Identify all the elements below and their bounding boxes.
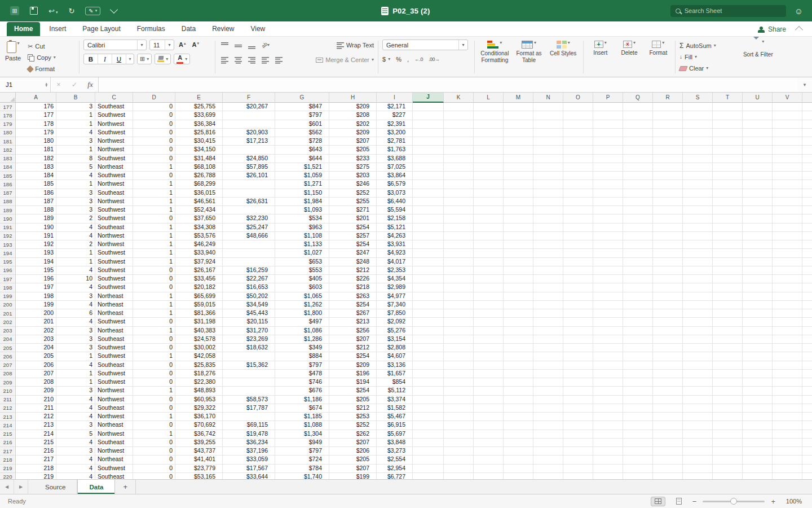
cell-U216[interactable] [743, 439, 773, 447]
row-header-203[interactable]: 203 [0, 327, 16, 335]
cell-V219[interactable] [773, 465, 802, 473]
cell-T182[interactable] [713, 146, 743, 154]
cell-S213[interactable] [683, 413, 713, 421]
cell-P196[interactable] [593, 266, 623, 275]
cell-K184[interactable] [444, 163, 474, 172]
cell-D186[interactable]: 1 [133, 180, 175, 189]
wrap-text-button[interactable]: Wrap Text [337, 40, 374, 51]
cell-Q211[interactable] [623, 396, 653, 404]
cell-C216[interactable]: Southeast [95, 439, 133, 447]
column-header-K[interactable]: K [444, 93, 474, 103]
cell-styles-button[interactable]: ▾ Cell Styles [547, 41, 579, 75]
cell-V191[interactable] [773, 224, 802, 232]
row-header-209[interactable]: 209 [0, 378, 16, 387]
cell-S196[interactable] [683, 266, 713, 275]
cell-F190[interactable]: $32,230 [223, 214, 275, 223]
tab-view[interactable]: View [243, 22, 272, 36]
cell-R190[interactable] [653, 214, 683, 223]
column-header-A[interactable]: A [16, 93, 56, 103]
cell-T217[interactable] [713, 447, 743, 456]
cell-J218[interactable] [413, 456, 444, 464]
cell-C195[interactable]: Southwest [95, 258, 133, 266]
cell-M202[interactable] [504, 318, 533, 326]
cell-A180[interactable]: 179 [16, 129, 56, 137]
row-header-208[interactable]: 208 [0, 370, 16, 378]
cell-J197[interactable] [413, 275, 444, 283]
column-header-I[interactable]: I [377, 93, 413, 103]
cell-R218[interactable] [653, 456, 683, 464]
cell-F201[interactable]: $45,443 [223, 309, 275, 318]
cell-S185[interactable] [683, 172, 713, 180]
cell-C215[interactable]: Northwest [95, 430, 133, 439]
cell-V185[interactable] [773, 172, 802, 180]
cell-J190[interactable] [413, 214, 444, 223]
cell-F210[interactable] [223, 387, 275, 395]
cell-B186[interactable]: 1 [56, 180, 95, 189]
cell-R199[interactable] [653, 292, 683, 301]
cell-V202[interactable] [773, 318, 802, 326]
cell-J192[interactable] [413, 232, 444, 240]
cell-U201[interactable] [743, 309, 773, 318]
cell-G215[interactable]: $1,304 [275, 430, 329, 439]
cell-H185[interactable]: $203 [329, 172, 377, 180]
cell-D204[interactable]: 0 [133, 335, 175, 344]
cell-F205[interactable]: $18,632 [223, 344, 275, 352]
row-header-185[interactable]: 185 [0, 172, 16, 180]
cell-L213[interactable] [474, 413, 504, 421]
formula-bar-expand-icon[interactable]: ▾ [797, 77, 812, 92]
cell-K219[interactable] [444, 465, 474, 473]
row-header-211[interactable]: 211 [0, 396, 16, 404]
cell-I193[interactable]: $3,931 [377, 240, 413, 249]
cell-D180[interactable]: 0 [133, 129, 175, 137]
autosum-button[interactable]: ΣAutoSum▾ [679, 40, 716, 51]
cell-O216[interactable] [563, 439, 593, 447]
cell-A208[interactable]: 207 [16, 370, 56, 378]
cell-T178[interactable] [713, 111, 743, 120]
cell-G197[interactable]: $405 [275, 275, 329, 283]
cell-F193[interactable] [223, 240, 275, 249]
cell-L211[interactable] [474, 396, 504, 404]
cell-N205[interactable] [533, 344, 563, 352]
row-header-204[interactable]: 204 [0, 335, 16, 344]
cell-B191[interactable]: 4 [56, 224, 95, 232]
cell-O177[interactable] [563, 103, 593, 111]
cell-A188[interactable]: 187 [16, 198, 56, 206]
cell-M179[interactable] [504, 120, 533, 129]
cell-O206[interactable] [563, 352, 593, 361]
sheet-nav-left-button[interactable]: ◀ [0, 480, 14, 494]
cell-F188[interactable]: $26,631 [223, 198, 275, 206]
row-header-218[interactable]: 218 [0, 456, 16, 464]
cell-P198[interactable] [593, 283, 623, 292]
cell-Q183[interactable] [623, 155, 653, 163]
delete-cells-button[interactable]: ×▾ Delete [616, 41, 642, 75]
cell-A212[interactable]: 211 [16, 404, 56, 413]
cell-D216[interactable]: 0 [133, 439, 175, 447]
cell-K201[interactable] [444, 309, 474, 318]
cell-P197[interactable] [593, 275, 623, 283]
font-color-button[interactable]: A▾ [174, 54, 190, 64]
cell-J198[interactable] [413, 283, 444, 292]
cell-G205[interactable]: $349 [275, 344, 329, 352]
cell-O200[interactable] [563, 301, 593, 309]
cell-R189[interactable] [653, 206, 683, 214]
cell-J180[interactable] [413, 129, 444, 137]
cell-R198[interactable] [653, 283, 683, 292]
cell-B182[interactable]: 1 [56, 146, 95, 154]
cell-I191[interactable]: $5,121 [377, 224, 413, 232]
cell-N181[interactable] [533, 137, 563, 146]
bold-button[interactable]: B [84, 54, 98, 64]
font-size-select[interactable]: 11▾ [149, 40, 174, 50]
cell-H183[interactable]: $233 [329, 155, 377, 163]
cell-C187[interactable]: Southeast [95, 189, 133, 198]
cell-O199[interactable] [563, 292, 593, 301]
cell-D212[interactable]: 0 [133, 404, 175, 413]
name-box[interactable]: J1 ▴▾ [0, 77, 51, 92]
row-header-182[interactable]: 182 [0, 146, 16, 154]
cell-A185[interactable]: 184 [16, 172, 56, 180]
cell-D187[interactable]: 1 [133, 189, 175, 198]
align-center-button[interactable] [233, 55, 244, 65]
cell-E199[interactable]: $65,699 [175, 292, 223, 301]
cell-J184[interactable] [413, 163, 444, 172]
cell-P185[interactable] [593, 172, 623, 180]
cell-Q205[interactable] [623, 344, 653, 352]
